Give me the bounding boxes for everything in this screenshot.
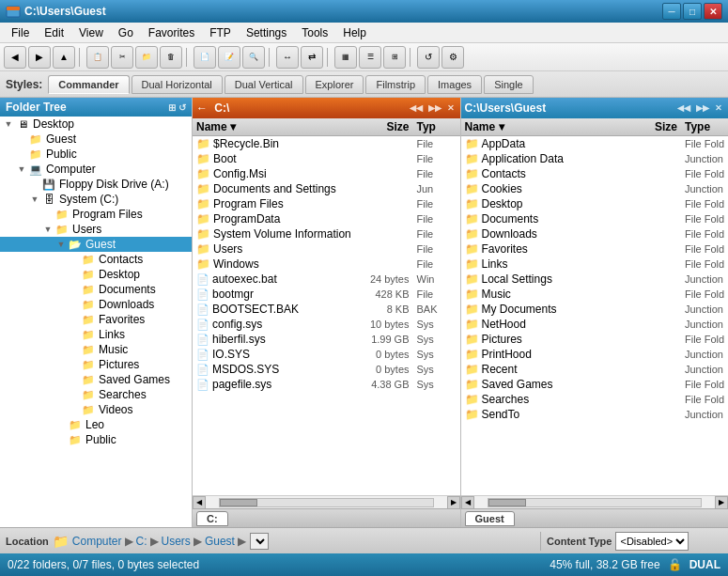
expand-computer[interactable]: ▼ (15, 164, 28, 174)
tab-explorer[interactable]: Explorer (305, 75, 364, 94)
menu-view[interactable]: View (71, 24, 111, 41)
right-file-row[interactable]: 📁 Downloads File Fold (461, 226, 729, 241)
right-file-row[interactable]: 📁 Contacts File Fold (461, 166, 729, 181)
tree-item-downloads[interactable]: 📁 Downloads (0, 297, 192, 312)
breadcrumb-users[interactable]: Users (162, 535, 191, 548)
tree-item-public-sub[interactable]: 📁 Public (0, 432, 192, 447)
left-back-btn[interactable]: ◀◀ (408, 103, 425, 113)
right-file-row[interactable]: 📁 My Documents Junction (461, 302, 729, 317)
left-file-row[interactable]: 📄 bootmgr 428 KB File (193, 287, 460, 302)
left-file-row[interactable]: 📄 MSDOS.SYS 0 bytes Sys (193, 362, 460, 377)
menu-help[interactable]: Help (335, 24, 374, 41)
tb-view3[interactable]: ⊞ (383, 46, 406, 69)
tree-item-documents[interactable]: 📁 Documents (0, 282, 192, 297)
menu-file[interactable]: File (4, 24, 37, 41)
tree-item-guest-selected[interactable]: ▼ 📂 Guest (0, 237, 192, 252)
tree-item-desktop-sub[interactable]: 📁 Desktop (0, 267, 192, 282)
minimize-button[interactable]: ─ (662, 3, 681, 20)
menu-ftp[interactable]: FTP (202, 24, 239, 41)
breadcrumb-guest[interactable]: Guest (205, 535, 235, 548)
tb-settings[interactable]: ⚙ (441, 46, 464, 69)
right-file-row[interactable]: 📁 Desktop File Fold (461, 196, 729, 211)
left-file-row[interactable]: 📁 Documents and Settings Jun (193, 181, 460, 196)
tree-item-links[interactable]: 📁 Links (0, 327, 192, 342)
menu-edit[interactable]: Edit (37, 24, 71, 41)
tb-btn5[interactable]: 📄 (194, 46, 216, 69)
right-fwd-btn[interactable]: ▶▶ (694, 103, 711, 113)
menu-favorites[interactable]: Favorites (141, 24, 202, 41)
right-file-row[interactable]: 📁 Documents File Fold (461, 211, 729, 226)
tree-item-music[interactable]: 📁 Music (0, 342, 192, 357)
tree-item-leo[interactable]: 📁 Leo (0, 417, 192, 432)
left-file-row[interactable]: 📁 $Recycle.Bin File (193, 136, 460, 151)
tree-item-computer[interactable]: ▼ 💻 Computer (0, 162, 192, 177)
left-file-row[interactable]: 📁 Boot File (193, 151, 460, 166)
left-file-row[interactable]: 📄 hiberfil.sys 1.99 GB Sys (193, 332, 460, 347)
left-col-name[interactable]: Name ▾ (193, 118, 357, 135)
menu-tools[interactable]: Tools (294, 24, 335, 41)
left-file-row[interactable]: 📄 autoexec.bat 24 bytes Win (193, 272, 460, 287)
menu-go[interactable]: Go (111, 24, 141, 41)
tree-content[interactable]: ▼ 🖥 Desktop 📁 Guest 📁 Public ▼ 💻 Compute… (0, 117, 192, 527)
close-button[interactable]: ✕ (704, 3, 722, 20)
tab-dual-vertical[interactable]: Dual Vertical (225, 75, 303, 94)
left-file-row[interactable]: 📁 Config.Msi File (193, 166, 460, 181)
tree-refresh-icon[interactable]: ↺ (178, 102, 186, 113)
left-hscroll-track[interactable] (219, 498, 434, 507)
tb-up[interactable]: ▲ (53, 46, 75, 69)
tree-item-saved-games[interactable]: 📁 Saved Games (0, 372, 192, 387)
tree-item-desktop[interactable]: ▼ 🖥 Desktop (0, 117, 192, 132)
left-file-row[interactable]: 📁 Program Files File (193, 196, 460, 211)
left-file-row[interactable]: 📁 ProgramData File (193, 211, 460, 226)
left-file-row[interactable]: 📁 System Volume Information File (193, 226, 460, 241)
right-file-row[interactable]: 📁 Saved Games File Fold (461, 377, 729, 392)
menu-settings[interactable]: Settings (239, 24, 294, 41)
left-file-list[interactable]: 📁 $Recycle.Bin File 📁 Boot File 📁 Config… (193, 136, 460, 495)
tb-new-folder[interactable]: 📁 (135, 46, 158, 69)
left-hscroll[interactable]: ◀ ▶ (193, 495, 460, 508)
right-panel-tab[interactable]: Guest (465, 511, 515, 526)
right-col-name[interactable]: Name ▾ (461, 118, 626, 135)
right-hscroll[interactable]: ◀ ▶ (461, 495, 729, 508)
location-dropdown[interactable] (250, 533, 269, 550)
tb-forward[interactable]: ▶ (28, 46, 51, 69)
right-close-btn[interactable]: ✕ (713, 103, 724, 113)
expand-desktop[interactable]: ▼ (2, 119, 15, 129)
tb-delete[interactable]: 🗑 (160, 46, 182, 69)
left-hscroll-thumb[interactable] (220, 499, 257, 506)
tab-dual-horizontal[interactable]: Dual Horizontal (132, 75, 223, 94)
tb-back[interactable]: ◀ (4, 46, 26, 69)
right-hscroll-right[interactable]: ▶ (715, 496, 728, 509)
left-hscroll-left[interactable]: ◀ (193, 496, 206, 509)
expand-system-c[interactable]: ▼ (28, 195, 41, 204)
right-file-row[interactable]: 📁 Pictures File Fold (461, 332, 729, 347)
right-file-row[interactable]: 📁 Searches File Fold (461, 392, 729, 407)
right-col-size[interactable]: Size (625, 118, 681, 135)
expand-users[interactable]: ▼ (41, 225, 54, 234)
tab-images[interactable]: Images (427, 75, 482, 94)
tree-item-system-c[interactable]: ▼ 🗄 System (C:) (0, 192, 192, 207)
tree-item-users-folder[interactable]: ▼ 📁 Users (0, 222, 192, 237)
left-file-row[interactable]: 📁 Windows File (193, 257, 460, 272)
tb-btn9[interactable]: ⇄ (301, 46, 323, 69)
right-file-row[interactable]: 📁 Music File Fold (461, 287, 729, 302)
tree-expand-icon[interactable]: ⊞ (168, 102, 176, 113)
tree-item-public-top[interactable]: 📁 Public (0, 147, 192, 162)
right-file-row[interactable]: 📁 Application Data Junction (461, 151, 729, 166)
tab-single[interactable]: Single (484, 75, 534, 94)
tb-view2[interactable]: ☰ (359, 46, 381, 69)
tree-item-favorites[interactable]: 📁 Favorites (0, 312, 192, 327)
tree-item-searches[interactable]: 📁 Searches (0, 387, 192, 402)
right-file-row[interactable]: 📁 AppData File Fold (461, 136, 729, 151)
tb-move[interactable]: ✂ (111, 46, 133, 69)
tb-copy[interactable]: 📋 (86, 46, 109, 69)
breadcrumb-c[interactable]: C: (136, 535, 147, 548)
right-file-row[interactable]: 📁 Recent Junction (461, 362, 729, 377)
content-type-select[interactable]: <Disabled> (615, 532, 689, 551)
tree-item-videos[interactable]: 📁 Videos (0, 402, 192, 417)
right-file-row[interactable]: 📁 SendTo Junction (461, 407, 729, 422)
tree-item-contacts[interactable]: 📁 Contacts (0, 252, 192, 267)
tree-item-floppy[interactable]: 💾 Floppy Disk Drive (A:) (0, 177, 192, 192)
left-file-row[interactable]: 📄 config.sys 10 bytes Sys (193, 317, 460, 332)
tb-view1[interactable]: ▦ (334, 46, 357, 69)
